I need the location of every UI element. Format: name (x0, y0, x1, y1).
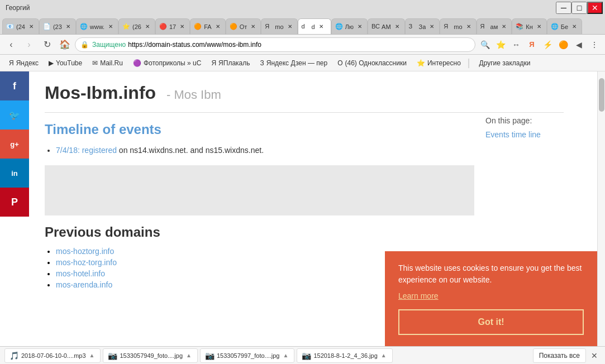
domain-link[interactable]: mos-hoztorg.info (56, 247, 114, 256)
browser-tab[interactable]: 📚Кн✕ (512, 18, 546, 34)
addon-icon[interactable]: 🟠 (556, 37, 570, 52)
browser-tab[interactable]: Яmo✕ (261, 18, 297, 34)
title-bar-text: Георгий (0, 4, 556, 12)
reload-button[interactable]: ↻ (39, 37, 55, 52)
tab-favicon: 🌐 (335, 23, 343, 31)
browser-tab[interactable]: 🌐Лю✕ (331, 18, 368, 34)
address-bar: ‹ › ↻ 🏠 🔒 Защищено https://domain-status… (0, 35, 605, 55)
download-item[interactable]: 📷1533057949_foto....jpg▲ (103, 348, 197, 363)
download-chevron-icon[interactable]: ▲ (185, 352, 193, 358)
google-button[interactable]: g+ (0, 130, 29, 159)
download-item[interactable]: 🎵2018-07-06-10-0....mp3▲ (4, 348, 101, 363)
translate-icon[interactable]: 🔍 (478, 37, 492, 52)
bookmark-item[interactable]: 🟣Фотоприколы » uС (128, 56, 206, 70)
tab-close-button[interactable]: ✕ (570, 23, 578, 31)
scrollbar-thumb[interactable] (599, 78, 604, 112)
browser-tab[interactable]: 📄(23✕ (39, 18, 76, 34)
show-all-downloads-button[interactable]: Показать все (533, 348, 586, 363)
tab-close-button[interactable]: ✕ (465, 23, 473, 31)
tab-close-button[interactable]: ✕ (107, 23, 115, 31)
minimize-button[interactable]: ─ (556, 2, 571, 14)
browser-tab[interactable]: 🌐www.✕ (76, 18, 118, 34)
linkedin-button[interactable]: in (0, 159, 29, 188)
tab-close-button[interactable]: ✕ (249, 23, 257, 31)
tab-close-button[interactable]: ✕ (500, 23, 508, 31)
browser-tab[interactable]: 🌐Бе✕ (547, 18, 582, 34)
facebook-button[interactable]: f (0, 71, 29, 100)
scrollbar-track[interactable] (597, 71, 605, 346)
back2-icon[interactable]: ◀ (571, 37, 586, 52)
download-chevron-icon[interactable]: ▲ (380, 352, 388, 358)
tab-close-button[interactable]: ✕ (214, 23, 222, 31)
tab-favicon: З (409, 23, 417, 31)
browser-tab[interactable]: ВСАМ✕ (368, 18, 405, 34)
cookie-banner: This website uses cookies to ensure you … (385, 251, 597, 346)
download-chevron-icon[interactable]: ▲ (282, 352, 289, 358)
tab-close-button[interactable]: ✕ (144, 23, 151, 31)
tab-favicon: ВС (371, 23, 379, 31)
tab-close-button[interactable]: ✕ (64, 23, 72, 31)
title-bar: Георгий ─ □ ✕ (0, 0, 605, 16)
tab-close-button[interactable]: ✕ (286, 23, 294, 31)
download-item[interactable]: 📷1533057997_foto....jpg▲ (200, 348, 294, 363)
download-chevron-icon[interactable]: ▲ (88, 352, 96, 358)
bookmark-item[interactable]: ЯЯПлакаль (207, 56, 254, 70)
bookmark-item[interactable]: О(46) Одноклассники (333, 56, 411, 70)
tab-close-button[interactable]: ✕ (393, 23, 401, 31)
download-item[interactable]: 📷152018-8-1-2_4_36.jpg▲ (297, 348, 392, 363)
tab-close-button[interactable]: ✕ (535, 23, 543, 31)
share-icon[interactable]: ↔ (509, 37, 523, 52)
browser-tab[interactable]: Яам✕ (477, 18, 512, 34)
bookmark-label: (46) Одноклассники (345, 59, 407, 67)
browser-tab[interactable]: Яmo✕ (440, 18, 476, 34)
domain-link[interactable]: mos-hotel.info (56, 269, 105, 278)
bookmark-favicon: ⭐ (417, 59, 425, 67)
pinterest-button[interactable]: P (0, 188, 29, 217)
tab-close-button[interactable]: ✕ (27, 23, 35, 31)
menu-icon[interactable]: ⋮ (587, 37, 602, 52)
url-text: https://domain-status.com/www/mos-ibm.in… (128, 41, 261, 49)
browser-tab[interactable]: ⭐(26✕ (118, 18, 155, 34)
address-url[interactable]: Защищено https://domain-status.com/www/m… (75, 37, 475, 52)
tab-label: 17 (169, 23, 176, 30)
close-download-bar-button[interactable]: ✕ (588, 349, 601, 362)
address-wrap: 🔒 Защищено https://domain-status.com/www… (75, 37, 475, 52)
close-button[interactable]: ✕ (587, 2, 603, 14)
bookmark-item[interactable]: ⭐Интересно (412, 56, 465, 70)
domain-link[interactable]: mos-hoz-torg.info (56, 258, 117, 267)
bookmark-item[interactable]: ▶YouTube (44, 56, 87, 70)
maximize-button[interactable]: □ (571, 2, 587, 14)
events-timeline-link[interactable]: Events time line (485, 130, 564, 141)
learn-more-link[interactable]: Learn more (398, 291, 584, 300)
got-it-button[interactable]: Got it! (398, 309, 584, 335)
bookmark-item[interactable]: ✉Mail.Ru (88, 56, 127, 70)
yandex-icon[interactable]: Я (525, 37, 539, 52)
bolt-icon[interactable]: ⚡ (540, 37, 555, 52)
bookmarks-separator: | (466, 57, 471, 69)
download-bar: 🎵2018-07-06-10-0....mp3▲📷1533057949_foto… (0, 346, 605, 364)
bookmark-label: Яндекс (16, 59, 39, 67)
twitter-button[interactable]: 🐦 (0, 100, 29, 130)
browser-tab[interactable]: 🟠От✕ (226, 18, 261, 34)
bookmark-item[interactable]: Другие закладки (473, 56, 535, 70)
browser-tab[interactable]: 📧(24✕ (2, 18, 39, 34)
tab-label: FA (204, 23, 211, 30)
domain-link[interactable]: mos-arenda.info (56, 280, 112, 289)
browser-tab[interactable]: 🔴17✕ (155, 18, 190, 34)
tab-close-button[interactable]: ✕ (178, 23, 186, 31)
forward-button[interactable]: › (21, 37, 37, 52)
back-button[interactable]: ‹ (3, 37, 19, 52)
tab-close-button[interactable]: ✕ (356, 23, 364, 31)
tab-favicon: 📄 (43, 23, 51, 31)
browser-tab[interactable]: dd✕ (298, 18, 331, 34)
browser-tab[interactable]: 🟠FA✕ (190, 18, 225, 34)
cookie-message: This website uses cookies to ensure you … (398, 262, 584, 286)
bookmark-star-icon[interactable]: ⭐ (493, 37, 508, 52)
tab-close-button[interactable]: ✕ (428, 23, 436, 31)
home-button[interactable]: 🏠 (57, 37, 73, 52)
bookmark-item[interactable]: ЯЯндекс (4, 56, 43, 70)
tab-close-button[interactable]: ✕ (317, 23, 325, 31)
bookmark-item[interactable]: ЗЯндекс Дзен — пер (256, 56, 332, 70)
browser-tab[interactable]: ЗЗа✕ (405, 18, 440, 34)
bookmark-favicon: Я (9, 59, 14, 67)
